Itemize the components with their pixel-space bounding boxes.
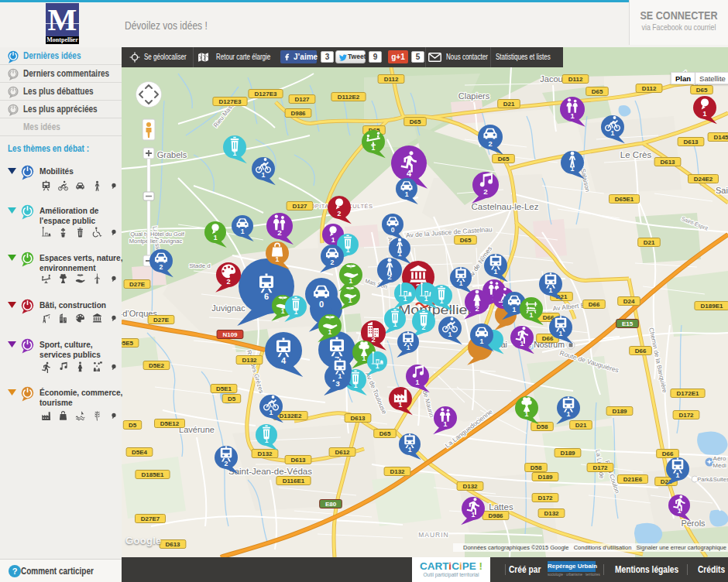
svg-text:1: 1 bbox=[338, 372, 342, 380]
svg-text:1: 1 bbox=[703, 110, 707, 118]
svg-text:D132: D132 bbox=[257, 450, 273, 457]
svg-text:2: 2 bbox=[371, 336, 375, 344]
svg-text:D127E3: D127E3 bbox=[255, 91, 277, 98]
svg-text:1: 1 bbox=[448, 330, 452, 338]
svg-text:D613: D613 bbox=[660, 159, 675, 166]
svg-text:D27E7: D27E7 bbox=[141, 515, 160, 522]
svg-text:1: 1 bbox=[494, 268, 498, 276]
svg-text:1: 1 bbox=[262, 171, 266, 179]
svg-text:D5: D5 bbox=[228, 395, 236, 402]
svg-text:D613: D613 bbox=[165, 541, 180, 548]
svg-text:1: 1 bbox=[559, 330, 563, 337]
svg-text:D613: D613 bbox=[350, 415, 366, 422]
svg-text:2: 2 bbox=[422, 324, 426, 331]
svg-text:1: 1 bbox=[678, 507, 682, 515]
svg-text:D66: D66 bbox=[662, 450, 674, 457]
svg-text:1: 1 bbox=[393, 320, 397, 328]
svg-text:D986: D986 bbox=[290, 110, 306, 117]
svg-text:1: 1 bbox=[349, 296, 352, 304]
svg-text:1: 1 bbox=[376, 362, 379, 370]
svg-text:D132: D132 bbox=[544, 510, 559, 517]
svg-text:1: 1 bbox=[408, 446, 412, 454]
svg-text:1: 1 bbox=[571, 165, 575, 173]
svg-text:D986: D986 bbox=[488, 512, 503, 519]
svg-text:D116E1: D116E1 bbox=[283, 478, 305, 484]
svg-text:D127E3: D127E3 bbox=[219, 98, 242, 105]
svg-text:D24E2: D24E2 bbox=[694, 176, 713, 183]
svg-text:E80: E80 bbox=[325, 501, 337, 508]
svg-text:D172: D172 bbox=[678, 412, 694, 419]
svg-text:D65: D65 bbox=[460, 237, 472, 244]
svg-text:1: 1 bbox=[233, 149, 237, 157]
svg-text:D172E1: D172E1 bbox=[677, 390, 699, 397]
svg-text:1: 1 bbox=[480, 337, 484, 345]
svg-text:2: 2 bbox=[277, 228, 282, 237]
svg-text:Stade d: Stade d bbox=[189, 262, 211, 269]
svg-text:D66: D66 bbox=[589, 301, 600, 308]
svg-text:Park&Suites: Park&Suites bbox=[697, 476, 728, 483]
svg-text:1: 1 bbox=[241, 228, 245, 235]
svg-text:D185E1: D185E1 bbox=[142, 471, 164, 478]
svg-text:1: 1 bbox=[362, 354, 366, 362]
svg-text:D132E2: D132E2 bbox=[280, 413, 302, 419]
svg-text:D112: D112 bbox=[384, 76, 399, 83]
svg-text:1: 1 bbox=[549, 286, 553, 294]
svg-text:2: 2 bbox=[483, 187, 488, 196]
svg-text:D5E2: D5E2 bbox=[149, 362, 165, 369]
svg-text:1: 1 bbox=[399, 401, 403, 409]
svg-text:2: 2 bbox=[488, 140, 492, 148]
svg-text:2: 2 bbox=[225, 460, 228, 467]
svg-text:Médi: Médi bbox=[713, 462, 726, 469]
svg-text:2: 2 bbox=[338, 210, 342, 217]
svg-text:Lattes: Lattes bbox=[489, 502, 513, 512]
svg-text:1: 1 bbox=[416, 378, 420, 386]
svg-text:E15: E15 bbox=[622, 320, 634, 327]
svg-text:1: 1 bbox=[372, 144, 376, 152]
svg-text:Jacou: Jacou bbox=[540, 74, 562, 84]
svg-text:D613: D613 bbox=[683, 139, 699, 146]
svg-text:Le Crès: Le Crès bbox=[620, 150, 652, 159]
svg-text:1: 1 bbox=[444, 420, 448, 428]
svg-text:1: 1 bbox=[513, 306, 517, 313]
svg-text:D65: D65 bbox=[498, 156, 510, 163]
svg-text:MAURIN: MAURIN bbox=[418, 531, 449, 539]
svg-text:1: 1 bbox=[611, 129, 615, 137]
svg-text:D612: D612 bbox=[335, 449, 350, 456]
svg-text:D145: D145 bbox=[713, 134, 728, 141]
svg-text:1: 1 bbox=[276, 255, 280, 263]
svg-text:2: 2 bbox=[331, 258, 335, 266]
svg-text:Grabels: Grabels bbox=[157, 150, 187, 159]
svg-text:D65: D65 bbox=[379, 430, 391, 437]
svg-text:Aéro: Aéro bbox=[713, 455, 726, 462]
svg-text:1: 1 bbox=[525, 410, 529, 418]
svg-text:D27E: D27E bbox=[129, 281, 146, 288]
svg-text:D132: D132 bbox=[390, 468, 405, 475]
svg-text:D189: D189 bbox=[537, 474, 553, 481]
svg-text:0: 0 bbox=[319, 300, 324, 309]
svg-text:1: 1 bbox=[270, 409, 273, 416]
svg-text:Juvignac: Juvignac bbox=[211, 303, 246, 313]
svg-text:1: 1 bbox=[346, 246, 350, 254]
svg-text:Clapiers: Clapiers bbox=[458, 91, 490, 101]
svg-text:0: 0 bbox=[391, 226, 395, 234]
svg-text:1: 1 bbox=[676, 471, 680, 479]
svg-text:2: 2 bbox=[160, 263, 163, 271]
svg-text:4: 4 bbox=[407, 169, 412, 178]
svg-text:D66: D66 bbox=[635, 347, 647, 354]
svg-text:1: 1 bbox=[472, 511, 476, 519]
svg-text:D189: D189 bbox=[612, 408, 627, 415]
svg-text:D5E4: D5E4 bbox=[132, 449, 148, 456]
svg-text:D65: D65 bbox=[410, 118, 421, 125]
svg-text:D127: D127 bbox=[292, 203, 307, 210]
svg-text:Castelnau-le-Lez: Castelnau-le-Lez bbox=[472, 202, 539, 211]
svg-text:D58: D58 bbox=[537, 423, 548, 430]
svg-text:1: 1 bbox=[407, 344, 410, 351]
svg-text:2: 2 bbox=[475, 305, 479, 313]
svg-text:2: 2 bbox=[387, 273, 391, 281]
svg-text:D21: D21 bbox=[575, 422, 587, 429]
svg-text:D27E: D27E bbox=[153, 317, 170, 324]
svg-text:Sain: Sain bbox=[716, 186, 728, 195]
svg-text:1: 1 bbox=[294, 308, 298, 316]
svg-text:D5E12: D5E12 bbox=[160, 420, 180, 427]
svg-text:1: 1 bbox=[349, 277, 353, 285]
